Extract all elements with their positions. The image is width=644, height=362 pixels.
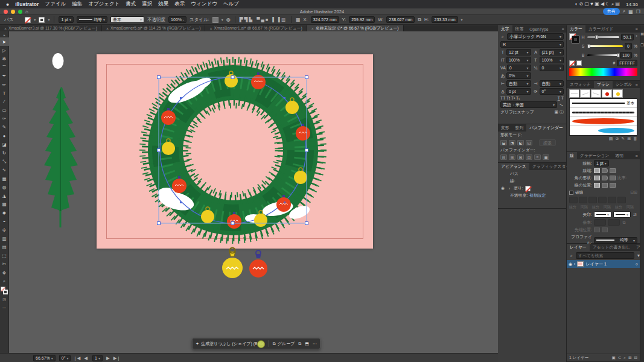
new-brush-icon[interactable]: ⊞ [627, 136, 631, 141]
rectangle-tool[interactable]: ▭ [0, 106, 9, 115]
paintbrush-tool[interactable]: ✑ [0, 115, 9, 123]
status-icons[interactable]: ◐ ⊘ ▢ ♥ ▣ ◀ ☾ ⌕ ▤ [575, 1, 620, 7]
arrange-windows-icon[interactable]: ❒ [636, 9, 640, 14]
type-tool[interactable]: T [0, 89, 9, 97]
canvas-area[interactable]: ✦ 生成塗りつぶし (シェイプ) (Beta) ⧉ グループ ⧉ ⬒ ⋯ [9, 31, 498, 353]
tab-color[interactable]: カラー [567, 25, 585, 33]
minus-back-icon[interactable]: ▦ [543, 154, 549, 160]
pencil-tool[interactable]: ✎ [0, 123, 9, 132]
tab-swatches[interactable]: スウォッチ [567, 81, 594, 88]
symbol-sprayer-tool[interactable]: ▥ [0, 234, 9, 243]
scale-tool[interactable]: ⤡ [0, 157, 9, 166]
stroke-chevron-icon[interactable]: ▾ [48, 17, 49, 22]
layers-search-input[interactable] [576, 252, 634, 259]
delete-brush-icon[interactable]: 🗑 [633, 136, 637, 141]
menu-illustrator[interactable]: illustrator [15, 1, 39, 7]
menu-view[interactable]: 表示 [174, 1, 185, 8]
libraries-panel-icon[interactable]: ▤ [640, 31, 644, 36]
properties-panel-icon[interactable]: ❐ [640, 43, 643, 47]
panel-menu-icon[interactable]: ≡ [636, 81, 640, 88]
layer-thumbnail[interactable] [577, 261, 584, 267]
round-cap-icon[interactable] [602, 168, 608, 173]
butt-cap-icon[interactable] [594, 168, 600, 173]
align-center-icon[interactable] [594, 183, 600, 188]
color-fill-stroke-indicator[interactable] [569, 33, 579, 43]
projecting-cap-icon[interactable] [610, 168, 616, 173]
distribute-icons-group[interactable]: ▌▐▥ [272, 17, 287, 22]
pen-tool[interactable]: ✒ [0, 72, 9, 80]
dashed-line-checkbox[interactable] [569, 191, 573, 195]
blend-tool[interactable]: ✣ [0, 226, 9, 234]
panel-menu-icon[interactable]: ≡ [636, 25, 640, 33]
menu-object[interactable]: オブジェクト [88, 1, 120, 8]
horizontal-scale-field[interactable]: 100%▾ [540, 57, 564, 63]
brush-blue-ellipse[interactable] [570, 126, 637, 135]
arrowhead-end-dropdown[interactable]: ▾ [613, 211, 631, 218]
magic-wand-tool[interactable]: ✻ [0, 54, 9, 63]
fill-stroke-indicator[interactable] [1, 287, 8, 294]
language-dropdown[interactable]: 英語：米国▾ [500, 101, 557, 108]
perspective-grid-tool[interactable]: ◮ [0, 191, 9, 200]
hue-slider[interactable] [587, 36, 619, 38]
graphic-style-swatch[interactable] [212, 17, 218, 23]
glyph-snap-icons[interactable]: ▣ ⓘ [554, 109, 564, 115]
h-field[interactable]: 233.33 mm [432, 16, 457, 23]
lock-icon[interactable]: ⬒ [305, 341, 309, 346]
appearance-fill-row[interactable]: ◉›塗り: [498, 185, 566, 192]
layer-target-icon[interactable]: ○ [636, 262, 638, 266]
tab-align[interactable]: 整列 [512, 124, 527, 132]
shape-builder-tool[interactable]: ◍ [0, 183, 9, 191]
width-profile-dropdown[interactable]: 均等▾ [594, 237, 637, 244]
round-join-icon[interactable] [602, 176, 608, 180]
doc-tab-1[interactable]: ×XmasBanner3.ai @ 117.38 % (RGB/プレビュー) [0, 25, 102, 31]
leading-field[interactable]: (21 pt)▾ [540, 49, 564, 56]
zoom-level-dropdown[interactable]: 66.67%▾ [33, 355, 56, 361]
eyedropper-tool[interactable]: ◓ [0, 217, 9, 226]
zoom-tool[interactable]: ⌕ [0, 277, 9, 285]
screen-mode-icon[interactable]: ⋯ [0, 303, 9, 312]
hand-tool[interactable]: ✥ [0, 268, 9, 277]
tab-brushes[interactable]: ブラシ [594, 81, 613, 88]
share-button[interactable]: 共有 [603, 8, 620, 15]
appearance-object-row[interactable]: パス [498, 170, 566, 177]
tracking-field[interactable]: 0▾ [540, 65, 564, 71]
color-spectrum-bar[interactable] [569, 68, 637, 76]
bevel-join-icon[interactable] [610, 176, 616, 180]
document-setup-icon[interactable]: ◍ [226, 17, 231, 22]
calligraphic-brush-thumbnails[interactable] [567, 88, 640, 98]
tab-gradient[interactable]: グラデーション [577, 152, 613, 159]
layer-visibility-eye-icon[interactable]: ◉ [569, 262, 572, 267]
tab-layers[interactable]: レイヤー [567, 244, 590, 251]
crop-icon[interactable]: ⊡ [526, 154, 532, 160]
eraser-tool[interactable]: ◪ [0, 140, 9, 148]
menu-effect[interactable]: 効果 [158, 1, 168, 8]
char-rotation-field[interactable]: 0°▾ [540, 88, 564, 95]
white-color-chip[interactable] [576, 60, 582, 66]
vertical-scale-field[interactable]: 100%▾ [506, 57, 531, 63]
exclude-icon[interactable]: ◱ [526, 140, 532, 145]
baseline-shift-field[interactable]: 0 pt▾ [506, 88, 531, 95]
locate-object-icon[interactable]: ⌕ [623, 355, 626, 360]
drawing-mode-icon[interactable]: ◳ [0, 294, 9, 303]
merge-icon[interactable]: ⊠ [517, 154, 524, 160]
stroke-swatch[interactable] [39, 17, 45, 23]
tab-opentype[interactable]: OpenType [526, 25, 551, 33]
constrain-proportions-icon[interactable]: ⧉ [418, 17, 421, 23]
window-zoom-button[interactable] [18, 10, 22, 14]
align-outside-icon[interactable] [610, 183, 616, 188]
free-transform-tool[interactable]: ▦ [0, 174, 9, 183]
tab-appearance[interactable]: アピアランス [498, 163, 529, 170]
font-size-field[interactable]: 12 pt▾ [506, 49, 531, 56]
case-buttons[interactable]: TT Tt T¹ T₁ [500, 96, 520, 100]
align-icons-group[interactable]: ▛▜▙ [240, 17, 253, 22]
stroke-weight-field[interactable]: 1 pt▾ [59, 16, 74, 23]
red-ornament-object[interactable] [249, 250, 267, 278]
make-mask-icon[interactable]: ▣ [611, 355, 615, 360]
apple-logo-icon[interactable]: ● [6, 1, 9, 7]
options-of-object-icon[interactable]: ✎ [621, 136, 625, 141]
search-icon[interactable]: ⌕ [623, 8, 625, 14]
tsume-field[interactable]: 0%▾ [506, 72, 531, 79]
panel-menu-icon[interactable]: ≡ [562, 25, 566, 33]
slice-tool[interactable]: ✂ [0, 260, 9, 268]
workspace-grid-icon[interactable]: ▦ [628, 9, 633, 14]
